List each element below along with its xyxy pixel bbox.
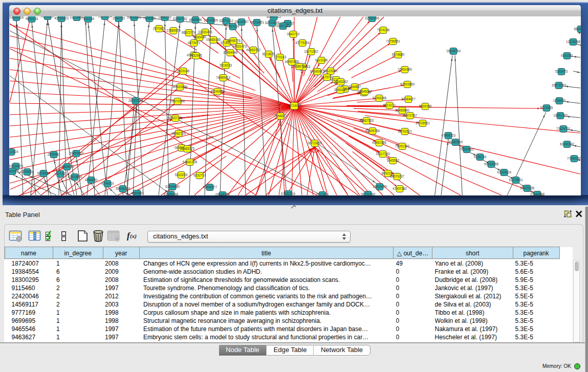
svg-text:71093248: 71093248 xyxy=(372,96,387,100)
svg-text:53767242: 53767242 xyxy=(173,17,188,20)
svg-text:36183242: 36183242 xyxy=(334,80,349,83)
svg-text:77360260: 77360260 xyxy=(567,157,581,160)
svg-text:0842710: 0842710 xyxy=(287,32,300,36)
svg-text:40265423: 40265423 xyxy=(54,16,69,20)
svg-text:71756551: 71756551 xyxy=(386,39,401,43)
svg-text:5183473: 5183473 xyxy=(555,70,568,73)
svg-text:80957015: 80957015 xyxy=(267,16,281,18)
svg-text:9600133: 9600133 xyxy=(26,17,38,20)
svg-text:47468723: 47468723 xyxy=(441,134,456,137)
svg-text:31931491: 31931491 xyxy=(198,30,213,34)
svg-text:2805982: 2805982 xyxy=(48,152,60,156)
svg-text:10651333: 10651333 xyxy=(553,114,568,117)
svg-text:67632016: 67632016 xyxy=(281,192,296,195)
svg-text:27849808: 27849808 xyxy=(530,192,545,195)
svg-text:99650752: 99650752 xyxy=(246,48,261,52)
svg-text:29973763: 29973763 xyxy=(552,83,567,87)
svg-text:21465840: 21465840 xyxy=(395,108,410,112)
svg-text:35240824: 35240824 xyxy=(210,90,225,93)
svg-text:47407482: 47407482 xyxy=(393,187,407,190)
svg-text:65648236: 65648236 xyxy=(215,193,230,195)
svg-text:7826398: 7826398 xyxy=(419,104,432,108)
svg-text:38425135: 38425135 xyxy=(520,186,535,190)
svg-text:9232719: 9232719 xyxy=(193,173,206,177)
svg-text:38721489: 38721489 xyxy=(361,192,376,195)
svg-text:10033809: 10033809 xyxy=(204,18,219,22)
svg-text:1640052: 1640052 xyxy=(9,169,19,173)
svg-text:8215955: 8215955 xyxy=(540,106,553,110)
svg-text:9136193: 9136193 xyxy=(474,155,487,159)
svg-text:3164752: 3164752 xyxy=(113,16,125,20)
svg-text:62994680: 62994680 xyxy=(165,185,180,188)
svg-text:26053346: 26053346 xyxy=(128,99,143,102)
svg-text:7464887: 7464887 xyxy=(349,85,361,89)
svg-text:30391171: 30391171 xyxy=(276,24,290,28)
svg-text:90838637: 90838637 xyxy=(40,16,55,18)
svg-text:51079911: 51079911 xyxy=(509,178,523,182)
svg-text:20465375: 20465375 xyxy=(180,147,195,150)
svg-text:78091343: 78091343 xyxy=(395,144,410,148)
svg-text:7452991: 7452991 xyxy=(190,54,203,57)
svg-text:61595148: 61595148 xyxy=(164,192,179,195)
svg-text:3990490: 3990490 xyxy=(334,88,347,92)
svg-text:36713695: 36713695 xyxy=(308,141,322,145)
svg-text:42786801: 42786801 xyxy=(20,170,35,173)
svg-text:90916998: 90916998 xyxy=(484,162,499,166)
svg-text:53419283: 53419283 xyxy=(127,16,142,19)
svg-text:13433200: 13433200 xyxy=(373,185,387,188)
svg-text:18702621: 18702621 xyxy=(398,129,412,133)
svg-text:93534874: 93534874 xyxy=(9,164,23,168)
svg-text:5674680: 5674680 xyxy=(392,53,405,56)
svg-text:9301031: 9301031 xyxy=(561,54,574,57)
svg-text:5045562: 5045562 xyxy=(387,159,400,162)
svg-text:88937346: 88937346 xyxy=(168,116,183,120)
svg-text:74989413: 74989413 xyxy=(216,76,231,79)
svg-text:27028951: 27028951 xyxy=(416,121,430,125)
svg-text:11671902: 11671902 xyxy=(304,50,318,53)
svg-text:16648764: 16648764 xyxy=(446,49,461,53)
svg-text:49972787: 49972787 xyxy=(403,114,418,117)
svg-text:86872774: 86872774 xyxy=(182,31,197,34)
svg-text:2870831: 2870831 xyxy=(153,27,166,30)
svg-text:55698169: 55698169 xyxy=(116,187,130,190)
svg-text:99386774: 99386774 xyxy=(292,64,307,68)
svg-text:06562729: 06562729 xyxy=(171,132,186,135)
svg-text:7874296: 7874296 xyxy=(377,28,390,32)
svg-text:4060883: 4060883 xyxy=(131,191,144,195)
svg-text:1607337: 1607337 xyxy=(54,172,67,176)
svg-text:7594647: 7594647 xyxy=(274,114,287,118)
svg-text:8613171: 8613171 xyxy=(383,103,396,107)
svg-text:8849696: 8849696 xyxy=(189,18,202,21)
svg-text:43303654: 43303654 xyxy=(68,175,82,179)
svg-text:05865185: 05865185 xyxy=(206,38,221,41)
svg-text:30980500: 30980500 xyxy=(448,140,463,144)
svg-text:3518233: 3518233 xyxy=(220,63,232,67)
svg-text:1656670: 1656670 xyxy=(553,99,566,102)
svg-text:72624731: 72624731 xyxy=(556,127,571,130)
svg-text:(x): (x) xyxy=(130,233,137,239)
svg-text:45961586: 45961586 xyxy=(372,141,387,144)
svg-text:3623166: 3623166 xyxy=(177,69,190,73)
svg-text:27889579: 27889579 xyxy=(166,29,181,32)
svg-text:4873471: 4873471 xyxy=(188,41,201,45)
svg-text:15869232: 15869232 xyxy=(60,165,75,168)
svg-text:32871012: 32871012 xyxy=(219,19,234,23)
svg-text:4190496: 4190496 xyxy=(193,35,206,39)
svg-text:28498776: 28498776 xyxy=(226,39,241,42)
svg-text:64641708: 64641708 xyxy=(183,160,198,164)
svg-text:38346578: 38346578 xyxy=(574,27,581,31)
svg-text:95931034: 95931034 xyxy=(98,16,113,18)
svg-text:6025634: 6025634 xyxy=(37,171,50,175)
svg-text:43534624: 43534624 xyxy=(497,170,512,174)
svg-text:87603669: 87603669 xyxy=(173,85,188,89)
svg-text:7357224: 7357224 xyxy=(227,25,239,28)
svg-text:43699577: 43699577 xyxy=(203,185,217,189)
svg-text:94531473: 94531473 xyxy=(232,45,247,48)
svg-text:58867533: 58867533 xyxy=(359,119,374,122)
svg-text:47775204: 47775204 xyxy=(295,41,310,45)
svg-text:4586850: 4586850 xyxy=(85,178,98,182)
svg-text:15451680: 15451680 xyxy=(398,68,412,71)
svg-text:34123281: 34123281 xyxy=(323,69,338,73)
svg-text:16117240: 16117240 xyxy=(376,152,390,156)
svg-text:26916697: 26916697 xyxy=(234,20,249,24)
